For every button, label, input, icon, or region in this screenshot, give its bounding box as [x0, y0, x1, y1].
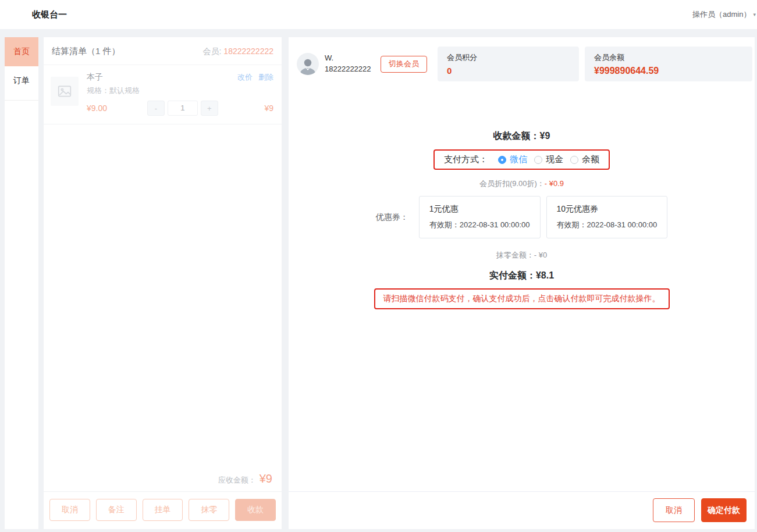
payment-method-option-label: 现金 [546, 154, 563, 165]
receivable-label: 应收金额： [218, 475, 256, 485]
coupon-title: 1元优惠 [429, 204, 530, 215]
member-points-value: 0 [447, 66, 570, 76]
cancel-order-button[interactable]: 取消 [49, 499, 90, 521]
paid-amount-value: ¥8.1 [536, 270, 554, 280]
payment-footer: 取消 确定付款 [289, 491, 755, 529]
member-info-row: W. 18222222222 切换会员 会员积分 0 会员余额 ¥9998906… [289, 37, 755, 81]
product-unit-price: ¥9.00 [87, 103, 124, 113]
coupon-card-1yuan[interactable]: 1元优惠 有效期：2022-08-31 00:00:00 [419, 196, 541, 238]
person-icon [298, 56, 318, 75]
coupon-row: 优惠券： 1元优惠 有效期：2022-08-31 00:00:00 10元优惠券… [376, 196, 667, 238]
operator-label: 操作员（admin） [692, 9, 751, 20]
payment-panel: W. 18222222222 切换会员 会员积分 0 会员余额 ¥9998906… [289, 37, 755, 529]
radio-unselected-icon [534, 156, 542, 164]
settlement-panel: 结算清单（1 件） 会员: 18222222222 本子 改价 删除 规格：默认… [44, 37, 282, 529]
chevron-down-icon: ▾ [753, 12, 756, 17]
receive-amount-label: 收款金额： [493, 131, 540, 141]
quantity-input[interactable]: 1 [168, 101, 198, 116]
member-discount-value: - ¥0.9 [545, 179, 564, 188]
member-balance-value: ¥999890644.59 [594, 66, 743, 76]
quantity-stepper: - 1 + [147, 101, 218, 116]
member-points-label: 会员积分 [447, 52, 570, 63]
operator-menu[interactable]: 操作员（admin） ▾ [692, 9, 751, 20]
payment-method-label: 支付方式： [444, 154, 488, 165]
product-image-placeholder [51, 77, 79, 106]
member-balance-card: 会员余额 ¥999890644.59 [585, 47, 752, 81]
coupon-label: 优惠券： [376, 212, 408, 223]
payment-method-wechat[interactable]: 微信 [498, 154, 527, 165]
settlement-title: 结算清单（1 件） [52, 46, 120, 57]
radio-selected-icon [498, 156, 506, 164]
round-off-button[interactable]: 抹零 [189, 499, 229, 521]
quantity-decrease-button[interactable]: - [147, 101, 165, 116]
payment-notice: 请扫描微信付款码支付，确认支付成功后，点击确认付款即可完成付款操作。 [374, 288, 670, 309]
cart-member: 会员: 18222222222 [203, 47, 273, 57]
product-spec: 规格：默认规格 [87, 85, 273, 96]
member-discount-line: 会员折扣(9.00折)：- ¥0.9 [479, 178, 564, 189]
member-balance-label: 会员余额 [594, 52, 743, 63]
switch-member-button[interactable]: 切换会员 [381, 56, 427, 73]
member-phone: 18222222222 [325, 64, 376, 75]
payment-method-option-label: 余额 [582, 154, 599, 165]
rounding-value: - ¥0 [534, 251, 547, 259]
sidebar-item-orders[interactable]: 订单 [5, 66, 38, 95]
sidebar-item-home[interactable]: 首页 [5, 37, 38, 66]
page-title: 收银台一 [32, 9, 67, 20]
sidebar: 首页 订单 [5, 37, 38, 529]
hold-order-button[interactable]: 挂单 [143, 499, 183, 521]
payment-cancel-button[interactable]: 取消 [653, 498, 695, 522]
cart-spacer [44, 124, 282, 472]
payment-method-balance[interactable]: 余额 [570, 154, 599, 165]
sidebar-item-label: 订单 [13, 76, 30, 86]
receivable-value: ¥9 [260, 472, 272, 485]
cart-footer: 取消 备注 挂单 抹零 收款 [44, 491, 282, 529]
cart-member-label: 会员: [203, 47, 222, 56]
receivable-amount: 应收金额： ¥9 [44, 472, 282, 491]
image-placeholder-icon [57, 84, 72, 99]
paid-amount-label: 实付金额： [489, 270, 536, 280]
receive-amount-value: ¥9 [540, 131, 550, 141]
paid-amount-line: 实付金额：¥8.1 [489, 270, 554, 282]
payment-method-cash[interactable]: 现金 [534, 154, 563, 165]
cart-item-row: 本子 改价 删除 规格：默认规格 ¥9.00 - 1 + ¥9 [44, 65, 282, 124]
delete-item-link[interactable]: 删除 [258, 72, 273, 83]
member-name: W. [325, 53, 376, 64]
payment-method-group: 支付方式： 微信 现金 余额 [433, 149, 610, 170]
coupon-validity: 有效期：2022-08-31 00:00:00 [557, 220, 658, 230]
avatar [297, 53, 319, 75]
payment-method-option-label: 微信 [510, 154, 527, 165]
quantity-increase-button[interactable]: + [201, 101, 218, 116]
change-price-link[interactable]: 改价 [237, 72, 253, 83]
settlement-header: 结算清单（1 件） 会员: 18222222222 [44, 37, 282, 65]
cart-item-body: 本子 改价 删除 规格：默认规格 ¥9.00 - 1 + ¥9 [87, 72, 273, 116]
confirm-payment-button[interactable]: 确定付款 [701, 498, 747, 522]
app-header: 收银台一 操作员（admin） ▾ [0, 0, 757, 29]
cart-member-value: 18222222222 [223, 47, 273, 56]
coupon-title: 10元优惠券 [557, 204, 658, 215]
rounding-label: 抹零金额： [496, 251, 534, 259]
checkout-button[interactable]: 收款 [235, 499, 276, 521]
sidebar-item-label: 首页 [13, 47, 30, 57]
coupon-card-10yuan[interactable]: 10元优惠券 有效期：2022-08-31 00:00:00 [546, 196, 668, 238]
receive-amount-line: 收款金额：¥9 [493, 130, 550, 142]
product-line-total: ¥9 [264, 103, 273, 113]
remark-button[interactable]: 备注 [96, 499, 137, 521]
payment-summary: 收款金额：¥9 支付方式： 微信 现金 余额 会员折扣(9.00折)：- ¥0.… [289, 81, 755, 309]
rounding-line: 抹零金额：- ¥0 [496, 250, 547, 260]
member-discount-label: 会员折扣(9.00折)： [479, 179, 545, 188]
product-name: 本子 [87, 72, 103, 83]
member-identity: W. 18222222222 [325, 53, 376, 75]
radio-unselected-icon [570, 156, 578, 164]
member-points-card: 会员积分 0 [438, 47, 579, 81]
coupon-validity: 有效期：2022-08-31 00:00:00 [429, 220, 530, 230]
sidebar-divider [5, 100, 38, 101]
